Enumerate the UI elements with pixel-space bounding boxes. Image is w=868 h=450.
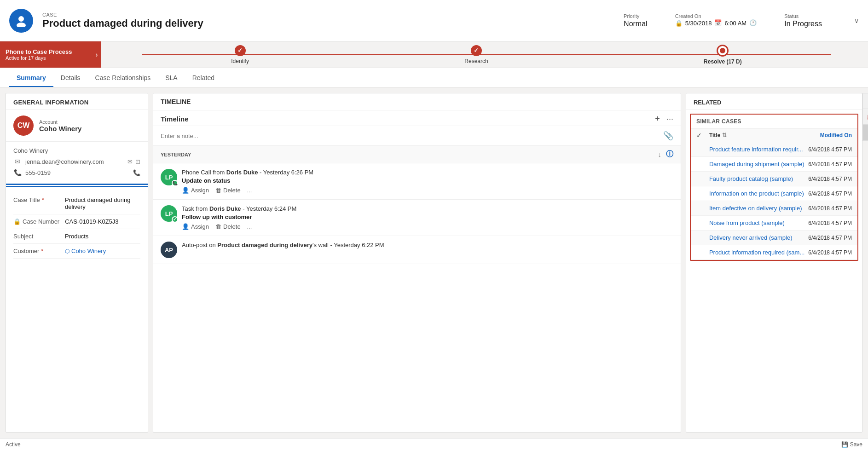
attachment-icon[interactable]: 📎: [663, 131, 673, 141]
timeline-more-icon[interactable]: ···: [666, 114, 673, 124]
general-info-title: GENERAL INFORMATION: [6, 93, 148, 110]
add-timeline-icon[interactable]: +: [655, 114, 660, 124]
note-input[interactable]: [161, 133, 659, 139]
general-info-panel: GENERAL INFORMATION CW Account Coho Wine…: [6, 93, 148, 433]
yesterday-label: YESTERDAY ↓ ⓘ: [153, 146, 681, 163]
email-icon: ✉: [13, 158, 22, 165]
header-title-block: CASE Product damaged during delivery: [42, 12, 614, 29]
tab-case-relationships[interactable]: Case Relationships: [88, 69, 158, 87]
pencil-tool-button[interactable]: ✏: [863, 93, 868, 109]
side-toolbar: ✏ 📖 ⊞: [862, 93, 868, 141]
process-bar: Phone to Case Process Active for 17 days…: [0, 41, 868, 68]
status-bar: Active 💾 Save: [0, 438, 868, 450]
phone-action-icon[interactable]: 📞: [133, 169, 140, 176]
similar-cases-columns: ✓ Title ⇅ Modified On: [691, 129, 857, 142]
timeline-item-task: LP ✓ Task from Doris Duke - Yesterday 6:…: [153, 200, 681, 236]
status-field: Status In Progress: [784, 13, 822, 28]
case-number-field: 🔒 Case Number CAS-01019-K0Z5J3: [13, 214, 140, 229]
similar-cases: SIMILAR CASES ✓ Title ⇅ Modified On Prod…: [690, 114, 858, 261]
contact-info: Coho Winery ✉ jenna.dean@cohowinery.com …: [6, 142, 148, 185]
process-step-research[interactable]: ✓ Research: [464, 45, 488, 64]
tabs: Summary Details Case Relationships SLA R…: [0, 68, 868, 87]
tab-sla[interactable]: SLA: [158, 69, 185, 87]
tab-details[interactable]: Details: [53, 69, 88, 87]
note-input-row: 📎: [153, 126, 681, 146]
lock-icon: 🔒: [13, 218, 21, 225]
customer-link[interactable]: ⬡ Coho Winery: [65, 248, 106, 254]
email-action-icon[interactable]: ✉: [127, 158, 133, 165]
case-link-4[interactable]: Information on the product (sample): [709, 190, 804, 197]
timeline-avatar-1: LP 📞: [161, 169, 177, 185]
case-label: CASE: [42, 12, 614, 17]
case-link-1[interactable]: Product feature information requir...: [709, 146, 804, 153]
process-step-resolve[interactable]: Resolve (17 D): [704, 45, 742, 65]
main-content: GENERAL INFORMATION CW Account Coho Wine…: [0, 87, 868, 438]
tab-summary[interactable]: Summary: [9, 69, 53, 87]
list-item: Information on the product (sample) 6/4/…: [691, 186, 857, 201]
header-fields: Priority Normal Created On 🔒 5/30/2018 📅…: [624, 13, 859, 28]
delete-button-2[interactable]: 🗑 Delete: [215, 223, 241, 230]
phone-row: 📞 555-0159 📞: [13, 167, 140, 178]
related-panel: RELATED SIMILAR CASES ✓ Title ⇅ Modified…: [686, 93, 862, 433]
save-button[interactable]: 💾 Save: [841, 441, 862, 448]
process-steps: ✓ Identify ✓ Research Resolve (17 D): [105, 45, 868, 65]
header: CASE Product damaged during delivery Pri…: [0, 0, 868, 41]
account-avatar: CW: [13, 115, 34, 136]
delete-button-1[interactable]: 🗑 Delete: [215, 187, 241, 194]
timeline-avatar-2: LP ✓: [161, 205, 177, 222]
page-title: Product damaged during delivery: [42, 17, 614, 29]
assign-icon-2: 👤: [182, 223, 189, 230]
sort-title-icon[interactable]: ⇅: [722, 132, 727, 138]
assign-button-2[interactable]: 👤 Assign: [182, 223, 209, 230]
lock-icon: 🔒: [675, 20, 683, 27]
info-icon[interactable]: ⓘ: [666, 150, 673, 159]
calendar-icon[interactable]: 📅: [714, 19, 722, 26]
tab-related[interactable]: Related: [185, 69, 222, 87]
process-collapse-icon[interactable]: ›: [92, 41, 101, 68]
timeline-header: TIMELINE: [153, 93, 681, 110]
checkmark-icon: ✓: [696, 132, 702, 139]
right-area: RELATED SIMILAR CASES ✓ Title ⇅ Modified…: [686, 93, 862, 433]
save-icon: 💾: [841, 441, 848, 448]
customer-icon: ⬡: [65, 248, 69, 254]
delete-icon-1: 🗑: [215, 187, 221, 194]
clock-icon[interactable]: 🕐: [749, 19, 757, 26]
status-active: Active: [6, 441, 21, 448]
process-label: Phone to Case Process Active for 17 days: [0, 41, 92, 68]
case-link-6[interactable]: Noise from product (sample): [709, 219, 804, 226]
subject-field: Subject Products: [13, 229, 140, 244]
case-link-2[interactable]: Damaged during shipment (sample): [709, 161, 804, 167]
more-dots-1[interactable]: ...: [247, 187, 252, 194]
delete-icon-2: 🗑: [215, 223, 221, 230]
list-item: Noise from product (sample) 6/4/2018 4:5…: [691, 216, 857, 231]
svg-point-1: [17, 23, 26, 27]
list-item: Product information required (sam... 6/4…: [691, 245, 857, 260]
list-item: Product feature information requir... 6/…: [691, 142, 857, 157]
account-name-row: Coho Winery: [13, 145, 140, 156]
email-copy-icon[interactable]: ⊡: [135, 158, 140, 165]
chevron-down-icon[interactable]: ∨: [854, 17, 859, 24]
sort-icon[interactable]: ↓: [658, 150, 661, 159]
svg-point-0: [18, 16, 24, 22]
timeline-avatar-3: AP: [161, 242, 177, 258]
account-section: CW Account Coho Winery: [6, 110, 148, 142]
phone-icon: 📞: [13, 169, 22, 176]
priority-field: Priority Normal: [624, 13, 648, 28]
timeline-item-phone-call: LP 📞 Phone Call from Doris Duke - Yester…: [153, 163, 681, 200]
book-tool-button[interactable]: 📖: [863, 109, 868, 125]
case-link-3[interactable]: Faulty product catalog (sample): [709, 175, 804, 182]
timeline-panel: TIMELINE Timeline + ··· 📎 YESTERDAY ↓ ⓘ …: [153, 93, 681, 433]
assign-icon-1: 👤: [182, 187, 189, 194]
timeline-item-autopost: AP Auto-post on Product damaged during d…: [153, 236, 681, 264]
case-link-5[interactable]: Item defective on delivery (sample): [709, 205, 804, 212]
list-item: Faulty product catalog (sample) 6/4/2018…: [691, 172, 857, 186]
case-title-field: Case Title * Product damaged during deli…: [13, 193, 140, 214]
email-row: ✉ jenna.dean@cohowinery.com ✉ ⊡: [13, 156, 140, 167]
grid-tool-button[interactable]: ⊞: [863, 125, 868, 140]
case-link-7[interactable]: Delivery never arrived (sample): [709, 234, 804, 241]
case-fields: Case Title * Product damaged during deli…: [6, 186, 148, 264]
process-step-identify[interactable]: ✓ Identify: [231, 45, 249, 64]
case-link-8[interactable]: Product information required (sam...: [709, 249, 804, 256]
more-dots-2[interactable]: ...: [247, 223, 252, 230]
assign-button-1[interactable]: 👤 Assign: [182, 187, 209, 194]
